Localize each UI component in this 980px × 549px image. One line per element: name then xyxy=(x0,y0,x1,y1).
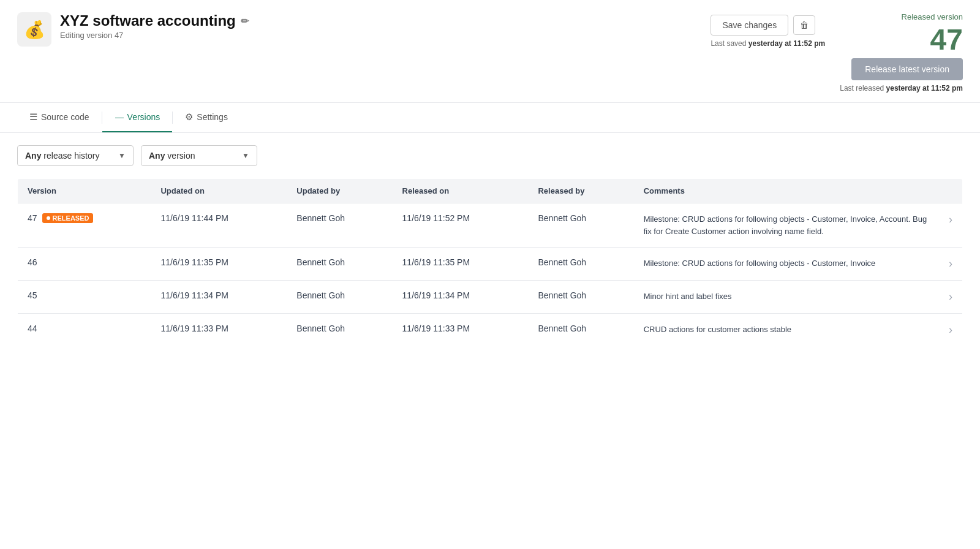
version-number: 44 xyxy=(28,324,37,333)
row-chevron-right[interactable]: › xyxy=(939,314,963,347)
released-badge: RELEASED xyxy=(42,213,94,223)
table-row[interactable]: 4411/6/19 11:33 PMBennett Goh11/6/19 11:… xyxy=(18,314,963,347)
app-title-row: XYZ software accounting ✏ xyxy=(60,12,249,29)
page-header: 💰 XYZ software accounting ✏ Editing vers… xyxy=(0,0,980,103)
cell-version: 46 xyxy=(18,248,151,281)
table-row[interactable]: 4611/6/19 11:35 PMBennett Goh11/6/19 11:… xyxy=(18,248,963,281)
header-actions: Save changes 🗑 Last saved yesterday at 1… xyxy=(710,15,825,48)
trash-icon: 🗑 xyxy=(800,20,809,30)
header-left: 💰 XYZ software accounting ✏ Editing vers… xyxy=(17,12,249,47)
cell-released-by: Bennett Goh xyxy=(528,314,633,347)
row-chevron-right[interactable]: › xyxy=(939,203,963,248)
cell-version: 44 xyxy=(18,314,151,347)
cell-version: 47 RELEASED xyxy=(18,203,151,248)
filters-row: Any release history ▼ Any version ▼ xyxy=(0,133,980,178)
cell-comments: Minor hint and label fixes xyxy=(634,281,939,314)
tab-settings[interactable]: ⚙ Settings xyxy=(173,103,240,132)
action-buttons-row: Save changes 🗑 xyxy=(710,15,815,36)
cell-updated-by: Bennett Goh xyxy=(287,314,392,347)
col-comments: Comments xyxy=(634,179,939,203)
version-number: 47 xyxy=(28,213,37,223)
released-version-number: 47 xyxy=(930,25,963,55)
cell-released-by: Bennett Goh xyxy=(528,248,633,281)
col-updated-on: Updated on xyxy=(151,179,287,203)
release-history-filter-label: Any release history xyxy=(25,151,99,161)
col-version: Version xyxy=(18,179,151,203)
cell-updated-by: Bennett Goh xyxy=(287,248,392,281)
cell-comments: CRUD actions for customer actions stable xyxy=(634,314,939,347)
chevron-down-icon-2: ▼ xyxy=(242,151,249,160)
app-subtitle: Editing version 47 xyxy=(60,31,249,40)
cell-comments: Milestone: CRUD actions for following ob… xyxy=(634,203,939,248)
version-filter[interactable]: Any version ▼ xyxy=(141,145,257,166)
table-row[interactable]: 47 RELEASED11/6/19 11:44 PMBennett Goh11… xyxy=(18,203,963,248)
table-body: 47 RELEASED11/6/19 11:44 PMBennett Goh11… xyxy=(18,203,963,347)
cell-released-on: 11/6/19 11:34 PM xyxy=(393,281,529,314)
tabs-bar: ☰ Source code ⸻ Versions ⚙ Settings xyxy=(0,103,980,133)
cell-updated-on: 11/6/19 11:44 PM xyxy=(151,203,287,248)
tab-source-code-label: Source code xyxy=(41,112,89,122)
release-history-filter[interactable]: Any release history ▼ xyxy=(17,145,134,166)
table-header-row: Version Updated on Updated by Released o… xyxy=(18,179,963,203)
last-saved-text: Last saved yesterday at 11:52 pm xyxy=(710,39,825,48)
version-number: 46 xyxy=(28,257,37,267)
versions-table-container: Version Updated on Updated by Released o… xyxy=(0,178,980,347)
app-title-text: XYZ software accounting xyxy=(60,12,236,29)
cell-version: 45 xyxy=(18,281,151,314)
cell-released-on: 11/6/19 11:33 PM xyxy=(393,314,529,347)
row-chevron-right[interactable]: › xyxy=(939,248,963,281)
tab-versions-label: Versions xyxy=(127,112,160,122)
versions-icon: ⸻ xyxy=(115,112,124,123)
header-right: Released version 47 Release latest versi… xyxy=(840,12,963,93)
release-latest-version-button[interactable]: Release latest version xyxy=(851,58,963,80)
row-chevron-right[interactable]: › xyxy=(939,281,963,314)
col-arrow xyxy=(939,179,963,203)
cell-updated-on: 11/6/19 11:34 PM xyxy=(151,281,287,314)
cell-released-on: 11/6/19 11:52 PM xyxy=(393,203,529,248)
cell-released-on: 11/6/19 11:35 PM xyxy=(393,248,529,281)
col-released-by: Released by xyxy=(528,179,633,203)
delete-button[interactable]: 🗑 xyxy=(793,15,815,35)
cell-released-by: Bennett Goh xyxy=(528,203,633,248)
released-version-label: Released version xyxy=(902,12,963,21)
app-info: XYZ software accounting ✏ Editing versio… xyxy=(60,12,249,40)
tab-settings-label: Settings xyxy=(197,112,228,122)
cell-updated-by: Bennett Goh xyxy=(287,281,392,314)
cell-updated-by: Bennett Goh xyxy=(287,203,392,248)
col-updated-by: Updated by xyxy=(287,179,392,203)
version-filter-label: Any version xyxy=(149,151,195,161)
col-released-on: Released on xyxy=(393,179,529,203)
app-icon: 💰 xyxy=(17,12,51,47)
tab-source-code[interactable]: ☰ Source code xyxy=(17,103,102,132)
settings-icon: ⚙ xyxy=(185,112,193,123)
tab-versions[interactable]: ⸻ Versions xyxy=(102,104,173,132)
table-row[interactable]: 4511/6/19 11:34 PMBennett Goh11/6/19 11:… xyxy=(18,281,963,314)
cell-updated-on: 11/6/19 11:33 PM xyxy=(151,314,287,347)
last-released-text: Last released yesterday at 11:52 pm xyxy=(840,84,963,93)
cell-updated-on: 11/6/19 11:35 PM xyxy=(151,248,287,281)
save-changes-button[interactable]: Save changes xyxy=(710,15,788,36)
edit-icon[interactable]: ✏ xyxy=(241,15,249,27)
source-code-icon: ☰ xyxy=(29,112,37,123)
cell-released-by: Bennett Goh xyxy=(528,281,633,314)
versions-table: Version Updated on Updated by Released o… xyxy=(17,178,963,347)
version-number: 45 xyxy=(28,290,37,300)
chevron-down-icon: ▼ xyxy=(118,151,126,160)
cell-comments: Milestone: CRUD actions for following ob… xyxy=(634,248,939,281)
